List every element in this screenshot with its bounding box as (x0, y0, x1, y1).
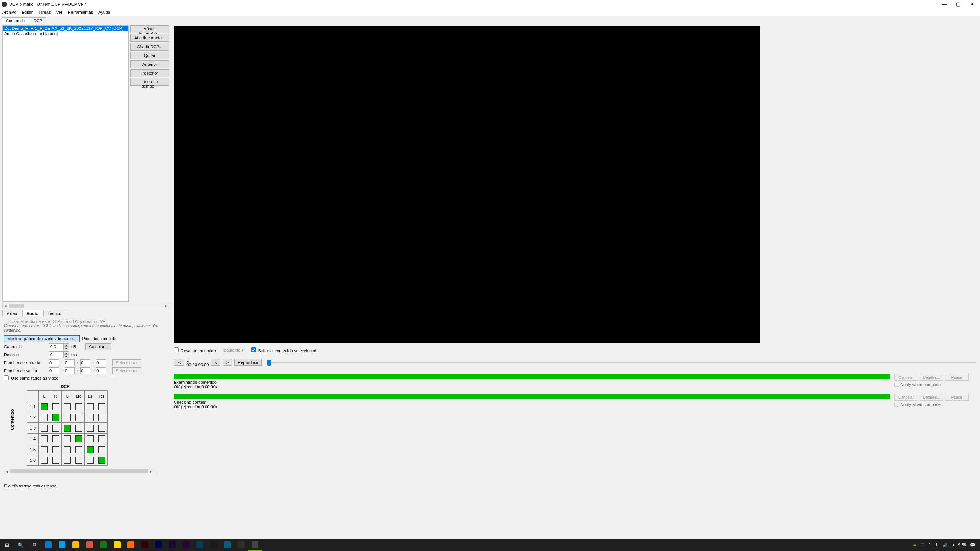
taskbar-app[interactable] (138, 539, 152, 551)
fadeout-h[interactable] (49, 367, 59, 374)
task-view-icon[interactable]: ⧉ (28, 539, 41, 551)
tab-video[interactable]: Video (2, 310, 21, 316)
delay-spinner[interactable]: ▴▾ (49, 351, 69, 358)
taskbar-app[interactable] (207, 539, 220, 551)
matrix-cell[interactable] (39, 412, 50, 423)
tray-notifications-icon[interactable]: 💬 (970, 543, 975, 548)
matrix-cell[interactable] (62, 412, 73, 423)
taskbar[interactable]: ⊞ 🔍 ⧉ ◈ 🛡 ˄ 🖧 🔊 ʀ 9:58 💬 (0, 539, 980, 551)
chevron-down-icon[interactable]: ▾ (64, 355, 69, 358)
fadein-h[interactable] (49, 359, 59, 366)
minimize-button[interactable]: — (941, 2, 948, 7)
chevron-up-icon[interactable]: ▴ (64, 351, 69, 355)
taskbar-app[interactable] (110, 539, 124, 551)
matrix-cell[interactable] (50, 412, 62, 423)
content-list-hscroll[interactable]: ◂▸ (2, 303, 169, 308)
taskbar-app[interactable] (96, 539, 110, 551)
matrix-cell[interactable] (96, 412, 108, 423)
highlight-checkbox[interactable] (174, 347, 179, 352)
jump-checkbox[interactable] (251, 347, 256, 352)
earlier-button[interactable]: Anterior (130, 60, 169, 68)
tab-audio[interactable]: Audio (22, 310, 42, 316)
slider-thumb[interactable] (267, 360, 271, 366)
fadein-s[interactable] (80, 359, 90, 366)
menu-archivo[interactable]: Archivo (2, 10, 16, 15)
matrix-cell[interactable] (73, 412, 85, 423)
close-button[interactable]: ✕ (969, 2, 975, 7)
matrix-cell[interactable] (62, 423, 73, 434)
menu-tareas[interactable]: Tareas (38, 10, 51, 15)
matrix-cell[interactable] (85, 423, 96, 434)
show-audio-graph-button[interactable]: Mostrar gráfico de niveles de audio... (4, 335, 80, 342)
matrix-cell[interactable] (62, 434, 73, 444)
same-fades-checkbox[interactable] (4, 375, 9, 380)
taskbar-app[interactable] (83, 539, 96, 551)
tray-shield-icon[interactable]: 🛡 (920, 543, 924, 547)
next-frame-button[interactable]: > (223, 359, 232, 366)
later-button[interactable]: Posterior (130, 69, 169, 77)
go-start-button[interactable]: |< (174, 359, 184, 366)
matrix-cell[interactable] (73, 434, 85, 444)
start-button[interactable]: ⊞ (0, 539, 14, 551)
jump-check-label[interactable]: Saltar al contenido seleccionado (251, 347, 318, 353)
taskbar-app[interactable] (55, 539, 69, 551)
calculate-button[interactable]: Calcular... (85, 343, 111, 350)
matrix-cell[interactable] (50, 423, 62, 434)
matrix-cell[interactable] (62, 444, 73, 455)
matrix-cell[interactable] (39, 434, 50, 444)
tab-contenido[interactable]: Contenido (2, 17, 29, 24)
matrix-cell[interactable] (62, 401, 73, 412)
matrix-cell[interactable] (39, 423, 50, 434)
matrix-cell[interactable] (62, 455, 73, 466)
taskbar-app-active[interactable] (248, 539, 262, 551)
menu-herramientas[interactable]: Herramientas (68, 10, 93, 15)
matrix-hscroll[interactable]: ◂▸ (4, 469, 157, 474)
add-file-button[interactable]: Añadir fichero(s)... (130, 25, 169, 33)
matrix-cell[interactable] (73, 444, 85, 455)
matrix-cell[interactable] (85, 455, 96, 466)
list-item[interactable]: DcpDemo_FTR-1_F_DE-XX_51_2K_20221117_IOP… (3, 26, 128, 31)
matrix-cell[interactable] (85, 434, 96, 444)
add-dcp-button[interactable]: Añadir DCP... (130, 43, 169, 51)
taskbar-app[interactable] (124, 539, 138, 551)
content-list[interactable]: DcpDemo_FTR-1_F_DE-XX_51_2K_20221117_IOP… (2, 25, 129, 302)
tray-nvidia-icon[interactable]: ◈ (913, 543, 916, 548)
taskbar-app[interactable] (179, 539, 193, 551)
gain-input[interactable] (49, 343, 64, 350)
fadeout-f[interactable] (96, 367, 106, 374)
list-item[interactable]: Audio Castellano.mxf [audio] (3, 31, 128, 36)
tray-lang-icon[interactable]: ʀ (952, 543, 954, 548)
tray-clock[interactable]: 9:58 (958, 543, 966, 547)
delay-input[interactable] (49, 351, 64, 358)
tray-volume-icon[interactable]: 🔊 (942, 543, 948, 548)
matrix-cell[interactable] (96, 401, 108, 412)
taskbar-app[interactable] (69, 539, 83, 551)
matrix-cell[interactable] (50, 444, 62, 455)
timeline-button[interactable]: Línea de tiempo... (130, 78, 169, 86)
fadeout-s[interactable] (80, 367, 90, 374)
matrix-cell[interactable] (96, 423, 108, 434)
matrix-cell[interactable] (85, 444, 96, 455)
prev-frame-button[interactable]: < (211, 359, 220, 366)
add-folder-button[interactable]: Añadir carpeta... (130, 34, 169, 42)
tray-chevron-up-icon[interactable]: ˄ (928, 543, 931, 548)
matrix-cell[interactable] (50, 455, 62, 466)
chevron-up-icon[interactable]: ▴ (64, 343, 69, 347)
menu-ayuda[interactable]: Ayuda (98, 10, 110, 15)
matrix-cell[interactable] (96, 444, 108, 455)
matrix-cell[interactable] (85, 412, 96, 423)
matrix-cell[interactable] (39, 401, 50, 412)
matrix-cell[interactable] (50, 401, 62, 412)
highlight-check-label[interactable]: Resaltar contenido (174, 347, 216, 353)
search-icon[interactable]: 🔍 (14, 539, 28, 551)
remove-button[interactable]: Quitar (130, 52, 169, 59)
maximize-button[interactable]: ▢ (955, 2, 962, 7)
menu-editar[interactable]: Editar (22, 10, 33, 15)
tray-network-icon[interactable]: 🖧 (934, 543, 939, 547)
tab-dcp[interactable]: DCP (29, 17, 46, 24)
gain-spinner[interactable]: ▴▾ (49, 343, 69, 350)
matrix-cell[interactable] (73, 423, 85, 434)
matrix-cell[interactable] (73, 401, 85, 412)
tab-tiempo[interactable]: Tiempo (43, 310, 65, 316)
taskbar-app[interactable] (41, 539, 55, 551)
